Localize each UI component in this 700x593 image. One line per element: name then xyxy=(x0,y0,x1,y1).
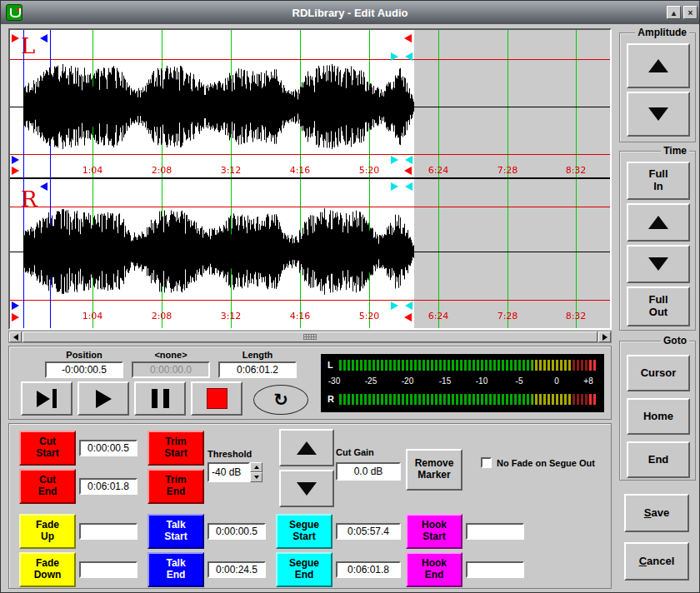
threshold-spin-down-button[interactable] xyxy=(250,472,262,482)
length-field[interactable] xyxy=(218,361,297,378)
arrow-down-icon xyxy=(648,257,668,271)
play-from-start-icon xyxy=(37,391,50,407)
hook-start-field[interactable] xyxy=(466,523,524,540)
threshold-spinbox[interactable]: -40 dB xyxy=(208,462,262,482)
talk-start-button[interactable]: Talk Start xyxy=(148,514,204,549)
meter-scale-tick: -10 xyxy=(476,376,488,386)
full-out-button[interactable]: Full Out xyxy=(627,287,690,326)
full-in-button[interactable]: Full In xyxy=(627,162,690,200)
cut-end-button[interactable]: Cut End xyxy=(19,469,76,504)
arrow-up-icon xyxy=(297,441,317,455)
edit-panel: Cut Start Trim Start Cut End Trim End Th… xyxy=(8,423,612,589)
play-from-start-bar-icon xyxy=(52,389,57,408)
meter-right-label: R xyxy=(328,394,334,404)
none-field xyxy=(132,361,210,378)
meter-scale-tick: 0 xyxy=(554,376,559,386)
transport-panel: Position <none> Length ↻ L -30 -25 xyxy=(8,346,612,420)
fade-up-field[interactable] xyxy=(79,523,138,540)
fade-up-button[interactable]: Fade Up xyxy=(19,514,76,549)
goto-end-button[interactable]: End xyxy=(627,441,690,478)
arrow-up-icon xyxy=(648,216,668,229)
scrollbar-thumb[interactable] xyxy=(22,331,598,342)
gain-down-button[interactable] xyxy=(279,470,334,507)
meter-scale-tick: -15 xyxy=(439,376,451,386)
position-field[interactable] xyxy=(45,361,123,378)
meter-scale-tick: -30 xyxy=(328,376,340,386)
segue-end-field[interactable] xyxy=(336,561,401,578)
edit-audio-window: RDLibrary - Edit Audio ▴ × Position <non… xyxy=(0,0,700,593)
arrow-down-icon xyxy=(648,107,668,121)
arrow-down-icon xyxy=(297,482,317,496)
segue-start-field[interactable] xyxy=(336,523,401,540)
threshold-value[interactable]: -40 dB xyxy=(208,462,250,482)
trim-end-button[interactable]: Trim End xyxy=(148,469,204,504)
hook-start-button[interactable]: Hook Start xyxy=(406,514,462,549)
play-from-start-button[interactable] xyxy=(21,381,72,416)
segue-start-button[interactable]: Segue Start xyxy=(276,514,332,549)
scroll-right-button[interactable] xyxy=(598,331,611,342)
no-fade-label: No Fade on Segue Out xyxy=(497,458,595,468)
waveform-display[interactable] xyxy=(10,30,610,328)
meter-left-label: L xyxy=(328,360,333,370)
time-group: Time Full In Full Out xyxy=(619,151,696,331)
threshold-spin-up-button[interactable] xyxy=(250,462,262,472)
threshold-label: Threshold xyxy=(208,449,266,459)
meter-scale-tick: +8 xyxy=(583,376,592,386)
meter-left-leds xyxy=(339,360,598,371)
goto-group: Goto Cursor Home End xyxy=(619,341,696,481)
spin-down-icon xyxy=(254,476,259,479)
cancel-button-label: Cancel xyxy=(639,556,675,568)
pause-button[interactable] xyxy=(134,381,186,416)
gain-up-button[interactable] xyxy=(279,429,334,466)
hook-end-field[interactable] xyxy=(466,561,524,578)
meter-scale-tick: -20 xyxy=(402,376,413,386)
goto-home-button[interactable]: Home xyxy=(627,398,690,435)
time-group-title: Time xyxy=(661,145,689,157)
hook-end-button[interactable]: Hook End xyxy=(406,552,462,587)
save-button[interactable]: Save xyxy=(624,494,689,532)
save-button-label: Save xyxy=(644,507,669,520)
stop-button[interactable] xyxy=(191,381,242,416)
spin-up-icon xyxy=(254,466,259,469)
meter-right-leds xyxy=(339,394,598,405)
trim-start-button[interactable]: Trim Start xyxy=(148,431,204,466)
waveform-scrollbar[interactable] xyxy=(8,331,612,343)
cut-start-button[interactable]: Cut Start xyxy=(19,431,76,466)
time-zoom-in-button[interactable] xyxy=(627,203,690,242)
window-title: RDLibrary - Edit Audio xyxy=(292,7,408,19)
cut-gain-field[interactable] xyxy=(336,462,401,481)
fade-down-field[interactable] xyxy=(79,561,138,578)
segue-end-button[interactable]: Segue End xyxy=(276,552,332,587)
play-button[interactable] xyxy=(78,381,129,416)
cut-gain-label: Cut Gain xyxy=(336,447,401,457)
remove-marker-button[interactable]: Remove Marker xyxy=(406,449,462,491)
talk-end-field[interactable] xyxy=(208,561,266,578)
none-label: <none> xyxy=(129,350,212,360)
meter-scale-tick: -25 xyxy=(365,376,377,386)
talk-start-field[interactable] xyxy=(208,523,266,540)
scroll-right-icon xyxy=(602,334,608,341)
cut-start-field[interactable] xyxy=(79,440,138,456)
titlebar[interactable]: RDLibrary - Edit Audio ▴ × xyxy=(1,1,699,24)
amplitude-group: Amplitude xyxy=(619,32,696,142)
play-icon xyxy=(96,390,112,408)
app-icon xyxy=(6,4,22,21)
close-button[interactable]: × xyxy=(683,6,698,19)
scrollbar-grip-icon xyxy=(303,334,317,340)
time-zoom-out-button[interactable] xyxy=(627,245,690,283)
loop-button[interactable]: ↻ xyxy=(253,385,308,415)
arrow-up-icon xyxy=(648,59,668,72)
scroll-left-icon xyxy=(13,334,18,341)
cut-end-field[interactable] xyxy=(79,478,138,495)
talk-end-button[interactable]: Talk End xyxy=(148,552,204,587)
amplitude-up-button[interactable] xyxy=(627,43,690,88)
amplitude-down-button[interactable] xyxy=(627,92,690,137)
fade-down-button[interactable]: Fade Down xyxy=(19,552,76,587)
cancel-button[interactable]: Cancel xyxy=(624,542,689,581)
level-meter: L -30 -25 -20 -15 -10 -5 0 +8 R xyxy=(321,354,604,412)
loop-icon: ↻ xyxy=(273,391,288,409)
shade-button[interactable]: ▴ xyxy=(667,6,681,19)
scroll-left-button[interactable] xyxy=(9,331,22,342)
goto-cursor-button[interactable]: Cursor xyxy=(627,355,690,391)
no-fade-checkbox[interactable] xyxy=(481,457,492,468)
